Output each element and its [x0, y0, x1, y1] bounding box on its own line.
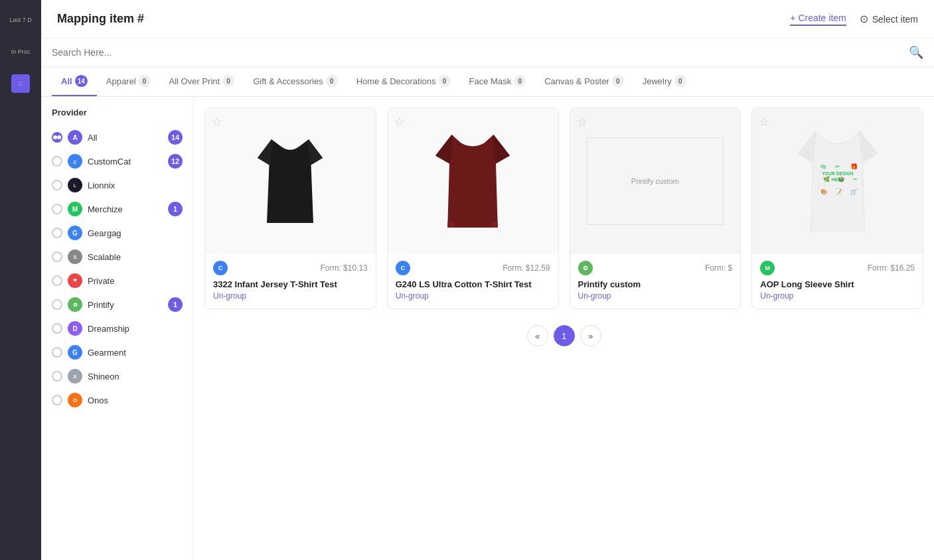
tab-all[interactable]: All 14: [52, 67, 97, 96]
provider-logo-lionnix: L: [68, 178, 82, 192]
provider-item-onos[interactable]: O Onos: [52, 388, 183, 412]
svg-text:✏: ✏: [835, 163, 840, 170]
pagination-next[interactable]: »: [580, 325, 601, 346]
provider-item-all[interactable]: A All 14: [52, 125, 183, 149]
create-item-label: + Create item: [790, 13, 846, 23]
tab-all-over-print[interactable]: All Over Print 0: [160, 67, 244, 96]
product-provider-row-4: M Form: $16.25: [760, 261, 915, 275]
product-provider-logo-2: C: [396, 261, 410, 275]
product-star-3[interactable]: ☆: [577, 115, 587, 129]
provider-item-geargag[interactable]: G Geargag: [52, 221, 183, 245]
product-info-1: C Form: $10.13 3322 Infant Jersey T-Shir…: [205, 254, 376, 309]
provider-radio-gearment: [52, 347, 62, 358]
pagination-prev-label: «: [535, 331, 540, 341]
svg-rect-3: [491, 222, 498, 228]
product-ungroup-4[interactable]: Un-group: [760, 291, 915, 301]
tab-apparel[interactable]: Apparel 0: [97, 67, 160, 96]
product-provider-logo-3: ✿: [578, 261, 593, 275]
provider-item-private[interactable]: ❤ Private: [52, 269, 183, 293]
pagination-page-1[interactable]: 1: [554, 325, 575, 346]
tab-home-decorations[interactable]: Home & Decorations 0: [347, 67, 460, 96]
provider-count-printify: 1: [168, 297, 183, 312]
svg-text:✂: ✂: [852, 176, 857, 182]
product-ungroup-1[interactable]: Un-group: [213, 291, 368, 301]
svg-text:📝: 📝: [835, 188, 842, 196]
provider-item-merchize[interactable]: M Merchize 1: [52, 197, 183, 221]
tab-canvas-poster[interactable]: Canvas & Poster 0: [535, 67, 633, 96]
search-input[interactable]: [52, 47, 909, 58]
sidebar-item-1[interactable]: Last 7 D: [7, 7, 34, 33]
svg-text:🛍: 🛍: [820, 163, 826, 170]
product-ungroup-3[interactable]: Un-group: [578, 291, 733, 301]
product-provider-logo-4: M: [760, 261, 775, 275]
provider-radio-onos: [52, 395, 62, 405]
tab-gift-accessories[interactable]: Gift & Accessories 0: [244, 67, 347, 96]
provider-item-shineon[interactable]: S Shineon: [52, 364, 183, 388]
page-title: Mapping item #: [57, 12, 144, 26]
tab-aop-badge: 0: [222, 75, 234, 87]
provider-name-scalable: Scalable: [88, 252, 183, 262]
provider-name-customcat: CustomCat: [88, 157, 163, 167]
sidebar-item-3[interactable]: C: [7, 70, 34, 97]
provider-name-all: All: [88, 133, 163, 143]
product-info-2: C Form: $12.59 G240 LS Ultra Cotton T-Sh…: [388, 254, 558, 309]
provider-radio-lionnix: [52, 180, 62, 190]
provider-name-merchize: Merchize: [88, 204, 163, 214]
svg-text:YOUR DESIGN: YOUR DESIGN: [822, 171, 853, 176]
provider-radio-scalable: [52, 251, 62, 262]
provider-logo-merchize: M: [68, 202, 82, 216]
product-ungroup-2[interactable]: Un-group: [396, 291, 550, 301]
provider-item-lionnix[interactable]: L Lionnix: [52, 173, 183, 197]
tab-all-label: All: [61, 76, 72, 86]
svg-text:🎁: 🎁: [850, 163, 858, 171]
pagination-next-label: »: [588, 331, 593, 341]
product-provider-logo-1: C: [213, 261, 228, 275]
product-card-2[interactable]: ☆ C Fo: [387, 107, 559, 309]
product-image-1: [244, 128, 337, 234]
search-icon: 🔍: [909, 45, 923, 60]
provider-item-scalable[interactable]: S Scalable: [52, 245, 183, 269]
tab-aop-label: All Over Print: [169, 76, 220, 86]
tab-face-mask[interactable]: Face Mask 0: [460, 67, 536, 96]
select-item-label: Select item: [872, 14, 918, 25]
svg-rect-2: [447, 222, 455, 228]
provider-item-printify[interactable]: ✿ Printify 1: [52, 293, 183, 316]
product-title-2: G240 LS Ultra Cotton T-Shirt Test: [396, 279, 550, 289]
create-item-button[interactable]: + Create item: [790, 13, 846, 26]
sidebar-item-2[interactable]: In Proc: [7, 38, 34, 65]
product-title-3: Printify custom: [578, 279, 733, 289]
tab-all-badge: 14: [75, 75, 88, 87]
provider-item-gearment[interactable]: G Gearment: [52, 340, 183, 364]
printify-custom-placeholder: Printify custom: [587, 137, 723, 225]
provider-radio-dreamship: [52, 323, 62, 334]
product-card-1[interactable]: ☆ C Form: $10.13 3322 Infa: [204, 107, 376, 309]
tab-facemask-label: Face Mask: [469, 76, 512, 86]
tab-canvas-label: Canvas & Poster: [544, 76, 609, 86]
product-card-4[interactable]: ☆ 🛍 ✏ 🎁 🌿 📦 ✂: [751, 107, 923, 309]
provider-logo-scalable: S: [68, 249, 82, 264]
provider-item-dreamship[interactable]: D Dreamship: [52, 316, 183, 340]
product-price-2: Form: $12.59: [503, 263, 550, 273]
tab-apparel-label: Apparel: [106, 76, 136, 86]
product-star-4[interactable]: ☆: [759, 115, 769, 129]
provider-section-label: Provider: [52, 107, 183, 117]
search-bar: 🔍: [41, 38, 934, 67]
tab-canvas-badge: 0: [612, 75, 624, 87]
svg-text:HERE: HERE: [831, 177, 844, 182]
svg-text:C: C: [73, 160, 76, 165]
provider-item-customcat[interactable]: C CustomCat 12: [52, 149, 183, 173]
provider-radio-merchize: [52, 204, 62, 214]
product-image-area-2: ☆: [388, 108, 558, 254]
pagination-prev[interactable]: «: [527, 325, 548, 346]
tab-jewelry[interactable]: Jewelry 0: [633, 67, 696, 96]
product-star-2[interactable]: ☆: [394, 115, 405, 129]
product-card-3[interactable]: ☆ Printify custom ✿ Form: $ Printify cus…: [570, 107, 741, 309]
header: Mapping item # + Create item ⊙ Select it…: [41, 0, 934, 38]
product-star-1[interactable]: ☆: [212, 115, 222, 129]
product-info-3: ✿ Form: $ Printify custom Un-group: [570, 254, 741, 309]
product-price-4: Form: $16.25: [868, 263, 915, 273]
provider-logo-geargag: G: [68, 226, 82, 240]
tab-home-badge: 0: [439, 75, 451, 87]
select-item-button[interactable]: ⊙ Select item: [860, 13, 918, 25]
provider-logo-private: ❤: [68, 273, 82, 288]
